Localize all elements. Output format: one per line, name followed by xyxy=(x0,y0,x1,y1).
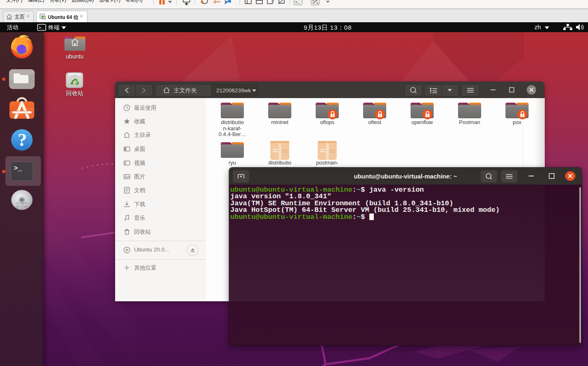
svg-text:?: ? xyxy=(18,130,27,150)
svg-text:>_: >_ xyxy=(14,164,22,172)
svg-text:>_: >_ xyxy=(39,26,43,30)
svg-text:DVD: DVD xyxy=(15,202,28,208)
svg-text:>_: >_ xyxy=(295,0,300,5)
